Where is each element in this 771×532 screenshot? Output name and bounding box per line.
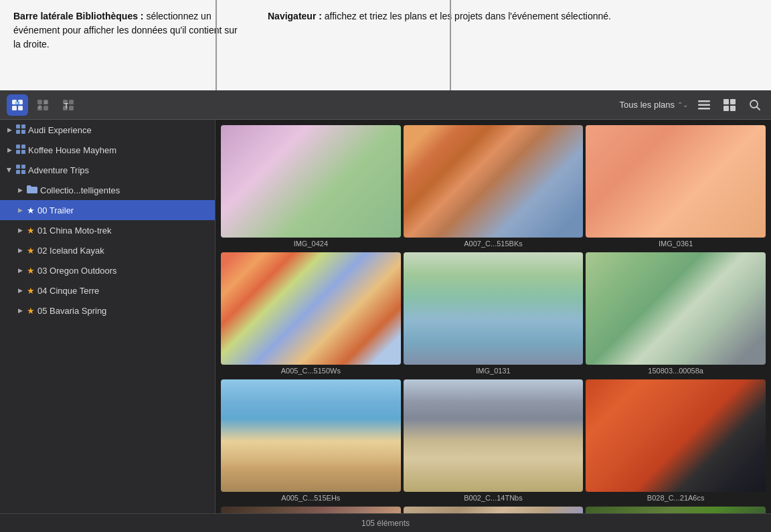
status-bar: 105 éléments	[0, 513, 771, 532]
media-label-img150803: 150803...00058a	[586, 365, 766, 377]
trailer-chevron-icon: ▶	[16, 207, 24, 213]
koffee-grid-icon	[16, 145, 25, 156]
svg-rect-35	[16, 165, 20, 169]
bavaria-chevron-icon: ▶	[16, 307, 24, 314]
toolbar: ♪ ♫ T Tous les plans ⌃⌄	[0, 90, 771, 120]
music-icon-button[interactable]: ♪ ♫	[32, 94, 54, 116]
tooltip-divider-right	[450, 0, 451, 90]
svg-text:♫: ♫	[44, 100, 48, 104]
svg-rect-19	[698, 104, 710, 106]
svg-rect-38	[21, 170, 25, 174]
media-thumb-a005c1	[221, 252, 401, 365]
audi-label: Audi Experience	[28, 125, 209, 135]
media-thumb-dining	[221, 507, 401, 513]
media-item-img0361[interactable]: IMG_0361	[586, 125, 766, 250]
collectio-folder-icon	[27, 185, 37, 195]
svg-rect-32	[21, 145, 25, 149]
svg-rect-16	[69, 106, 74, 110]
media-thumb-a007c	[404, 125, 584, 238]
svg-rect-23	[723, 106, 729, 111]
search-button[interactable]	[746, 96, 764, 114]
tooltip-right-bold: Navigateur :	[268, 11, 322, 21]
trailer-star-icon: ★	[27, 205, 35, 215]
bavaria-star-icon: ★	[27, 306, 35, 316]
media-label-b028c: B028_C...21A6cs	[586, 492, 766, 504]
iceland-star-icon: ★	[27, 246, 35, 256]
app-container: ♪ ♫ T Tous les plans ⌃⌄	[0, 90, 771, 532]
sidebar-item-oregon[interactable]: ▶★03 Oregon Outdoors	[0, 260, 215, 280]
sidebar: ▶ Audi Experience▶ Koffee House Mayhem▶ …	[0, 120, 216, 513]
grid-view-button[interactable]	[720, 96, 739, 114]
cinque-label: 04 Cinque Terre	[37, 286, 209, 296]
sidebar-item-collectio[interactable]: ▶ Collectio...telligentes	[0, 180, 215, 200]
sidebar-item-koffee[interactable]: ▶ Koffee House Mayhem	[0, 140, 215, 160]
media-item-a007c[interactable]: A007_C...515BKs	[404, 125, 584, 250]
toolbar-right: Tous les plans ⌃⌄	[222, 96, 764, 114]
media-item-a005c2[interactable]: A005_C...515EHs	[221, 379, 401, 504]
svg-rect-18	[698, 100, 710, 102]
media-item-b028c[interactable]: B028_C...21A6cs	[586, 379, 766, 504]
svg-rect-31	[16, 145, 20, 149]
iceland-label: 02 Iceland Kayak	[37, 246, 209, 256]
svg-rect-14	[69, 100, 74, 104]
media-label-a005c2: A005_C...515EHs	[221, 492, 401, 504]
audi-grid-icon	[16, 124, 25, 136]
tooltip-right-text: affichez et triez les plans et les proje…	[322, 11, 611, 21]
media-label-img0361: IMG_0361	[586, 238, 766, 250]
media-item-img0131[interactable]: IMG_0131	[404, 252, 584, 377]
svg-rect-34	[21, 150, 25, 154]
svg-rect-3	[18, 106, 23, 110]
sidebar-item-trailer[interactable]: ▶★00 Trailer	[0, 200, 215, 220]
china-chevron-icon: ▶	[16, 227, 24, 234]
filter-select[interactable]: Tous les plans ⌃⌄	[620, 100, 688, 110]
media-label-img0424: IMG_0424	[221, 238, 401, 250]
collectio-label: Collectio...telligentes	[40, 185, 209, 195]
media-item-img150803[interactable]: 150803...00058a	[586, 252, 766, 377]
svg-rect-21	[723, 99, 729, 104]
media-label-a005c1: A005_C...5150Ws	[221, 365, 401, 377]
media-item-b002c[interactable]: B002_C...14TNbs	[404, 379, 584, 504]
svg-rect-20	[698, 108, 710, 110]
media-item-img0424[interactable]: IMG_0424	[221, 125, 401, 250]
svg-rect-27	[16, 124, 20, 128]
oregon-star-icon: ★	[27, 266, 35, 276]
media-label-b002c: B002_C...14TNbs	[404, 492, 584, 504]
bavaria-label: 05 Bavaria Spring	[37, 306, 209, 316]
sidebar-item-iceland[interactable]: ▶★02 Iceland Kayak	[0, 240, 215, 260]
library-icon-button[interactable]	[7, 94, 28, 116]
svg-rect-37	[16, 170, 20, 174]
audi-chevron-icon: ▶	[5, 126, 13, 133]
filter-label: Tous les plans	[620, 100, 675, 110]
svg-rect-24	[730, 106, 736, 111]
svg-rect-2	[12, 106, 17, 110]
sidebar-item-adventure[interactable]: ▶ Adventure Trips	[0, 160, 215, 180]
svg-text:T: T	[64, 102, 68, 110]
media-item-moto[interactable]	[586, 507, 766, 513]
china-star-icon: ★	[27, 226, 35, 236]
media-label-img0131: IMG_0131	[404, 365, 584, 377]
filter-chevron-icon: ⌃⌄	[677, 101, 688, 108]
tooltip-left: Barre latérale Bibliothèques : sélection…	[13, 9, 241, 81]
media-thumb-img0424	[221, 125, 401, 238]
sidebar-item-cinque[interactable]: ▶★04 Cinque Terre	[0, 280, 215, 300]
adventure-label: Adventure Trips	[28, 165, 209, 175]
sidebar-item-audi[interactable]: ▶ Audi Experience	[0, 120, 215, 140]
sidebar-item-china[interactable]: ▶★01 China Moto-trek	[0, 220, 215, 240]
list-view-button[interactable]	[695, 96, 713, 114]
cinque-star-icon: ★	[27, 286, 35, 296]
status-text: 105 éléments	[361, 519, 410, 528]
media-item-a005c1[interactable]: A005_C...5150Ws	[221, 252, 401, 377]
svg-line-26	[757, 106, 760, 110]
main-content: ▶ Audi Experience▶ Koffee House Mayhem▶ …	[0, 120, 771, 513]
svg-rect-36	[21, 165, 25, 169]
media-label-a007c: A007_C...515BKs	[404, 238, 584, 250]
media-item-dining[interactable]	[221, 507, 401, 513]
svg-rect-29	[16, 130, 20, 134]
media-item-canyon[interactable]	[404, 507, 584, 513]
trailer-label: 00 Trailer	[37, 205, 209, 215]
title-icon-button[interactable]: T	[58, 94, 79, 116]
collectio-chevron-icon: ▶	[16, 187, 24, 193]
media-thumb-img150803	[586, 252, 766, 365]
sidebar-item-bavaria[interactable]: ▶★05 Bavaria Spring	[0, 300, 215, 321]
media-grid: IMG_0424A007_C...515BKsIMG_0361A005_C...…	[221, 125, 766, 513]
